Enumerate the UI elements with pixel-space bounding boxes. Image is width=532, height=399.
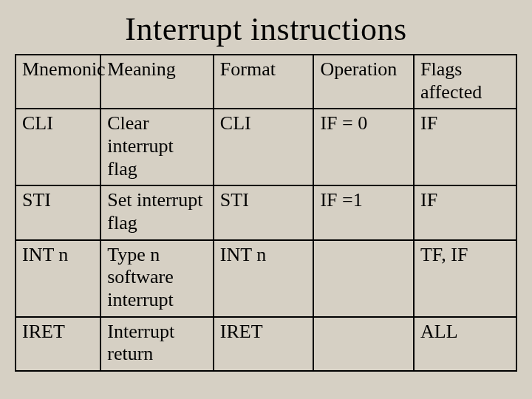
cell-mnemonic: IRET: [16, 317, 100, 371]
table-row: CLI Clear interrupt flag CLI IF = 0 IF: [16, 109, 516, 185]
cell-flags: IF: [414, 185, 516, 239]
cell-format: STI: [214, 185, 314, 239]
header-meaning: Meaning: [100, 55, 214, 109]
cell-operation: [313, 240, 414, 317]
cell-flags: TF, IF: [414, 240, 516, 317]
cell-mnemonic: CLI: [16, 109, 100, 185]
slide: Interrupt instructions Mnemonic Meaning …: [0, 0, 532, 399]
interrupt-table: Mnemonic Meaning Format Operation Flags …: [15, 54, 517, 372]
table-header-row: Mnemonic Meaning Format Operation Flags …: [16, 55, 516, 109]
cell-mnemonic: INT n: [16, 240, 100, 317]
cell-meaning: Type n software interrupt: [100, 240, 214, 317]
cell-operation: IF = 0: [313, 109, 414, 185]
table-row: STI Set interrupt flag STI IF =1 IF: [16, 185, 516, 239]
cell-operation: [313, 317, 414, 371]
table-row: INT n Type n software interrupt INT n TF…: [16, 240, 516, 317]
header-operation: Operation: [313, 55, 414, 109]
cell-operation: IF =1: [313, 185, 414, 239]
cell-meaning: Clear interrupt flag: [100, 109, 214, 185]
cell-format: CLI: [214, 109, 314, 185]
header-flags: Flags affected: [414, 55, 516, 109]
cell-flags: ALL: [414, 317, 516, 371]
table-row: IRET Interrupt return IRET ALL: [16, 317, 516, 371]
cell-flags: IF: [414, 109, 516, 185]
header-mnemonic: Mnemonic: [16, 55, 100, 109]
cell-mnemonic: STI: [16, 185, 100, 239]
header-format: Format: [214, 55, 314, 109]
cell-format: IRET: [214, 317, 314, 371]
cell-format: INT n: [214, 240, 314, 317]
cell-meaning: Set interrupt flag: [100, 185, 214, 239]
page-title: Interrupt instructions: [15, 10, 517, 48]
cell-meaning: Interrupt return: [100, 317, 214, 371]
